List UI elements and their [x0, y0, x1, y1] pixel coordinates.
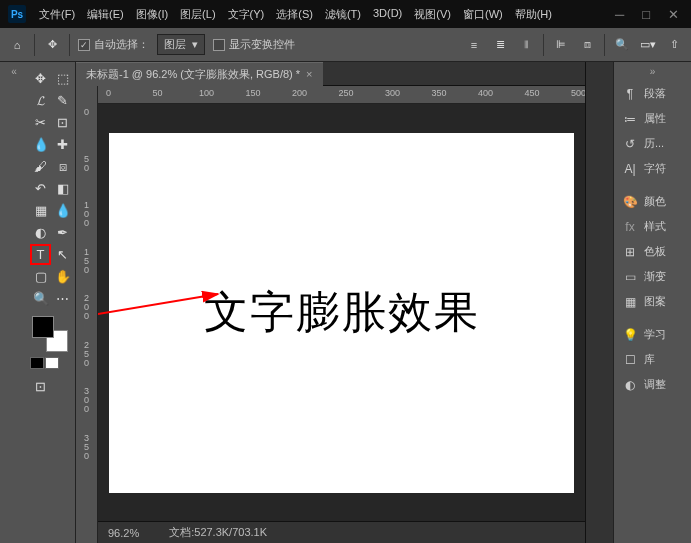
horizontal-ruler: 050100150200250300350400450500: [98, 86, 585, 104]
collapse-left-icon[interactable]: «: [11, 66, 17, 77]
panel-字符[interactable]: A|字符: [614, 156, 691, 181]
mini-swatch-white[interactable]: [45, 357, 59, 369]
workspace-icon[interactable]: ▭▾: [639, 36, 657, 54]
menu-item[interactable]: 滤镜(T): [320, 4, 366, 25]
type-tool[interactable]: T: [30, 244, 51, 265]
close-button[interactable]: ✕: [664, 7, 683, 22]
canvas[interactable]: 文字膨胀效果: [109, 133, 574, 493]
right-panels: » ¶段落≔属性↺历...A|字符🎨颜色fx样式⊞色板▭渐变▦图案💡学习☐库◐调…: [613, 62, 691, 543]
panel-icon: ▭: [622, 270, 638, 284]
panel-label: 调整: [644, 377, 666, 392]
frame-tool[interactable]: ⊡: [52, 112, 73, 133]
panel-label: 颜色: [644, 194, 666, 209]
panel-渐变[interactable]: ▭渐变: [614, 264, 691, 289]
path-tool[interactable]: ↖: [52, 244, 73, 265]
distribute-icon[interactable]: ⫴: [517, 36, 535, 54]
panel-icon: 💡: [622, 328, 638, 342]
panel-label: 学习: [644, 327, 666, 342]
menu-item[interactable]: 图层(L): [175, 4, 220, 25]
panel-label: 段落: [644, 86, 666, 101]
screen-mode-tool[interactable]: ⊡: [30, 376, 51, 397]
main-menu: 文件(F)编辑(E)图像(I)图层(L)文字(Y)选择(S)滤镜(T)3D(D)…: [34, 4, 611, 25]
align-icon[interactable]: ≡: [465, 36, 483, 54]
panel-label: 属性: [644, 111, 666, 126]
document-tab-title: 未标题-1 @ 96.2% (文字膨胀效果, RGB/8) *: [86, 67, 300, 82]
move-tool-icon[interactable]: ✥: [43, 36, 61, 54]
hand-tool[interactable]: ✋: [52, 266, 73, 287]
gradient-tool[interactable]: ▦: [30, 200, 51, 221]
lasso-tool[interactable]: 𝓛: [30, 90, 51, 111]
panel-icon: 🎨: [622, 195, 638, 209]
dodge-tool[interactable]: ◐: [30, 222, 51, 243]
canvas-text: 文字膨胀效果: [204, 283, 480, 342]
shape-tool[interactable]: ▢: [30, 266, 51, 287]
share-icon[interactable]: ⇧: [665, 36, 683, 54]
align-h-icon[interactable]: ⊫: [552, 36, 570, 54]
home-icon[interactable]: ⌂: [8, 36, 26, 54]
show-transform-label: 显示变换控件: [229, 37, 295, 52]
quick-select-tool[interactable]: ✎: [52, 90, 73, 111]
zoom-level[interactable]: 96.2%: [108, 527, 139, 539]
layer-dropdown[interactable]: 图层 ▾: [157, 34, 205, 55]
blur-tool[interactable]: 💧: [52, 200, 73, 221]
maximize-button[interactable]: □: [638, 7, 654, 22]
vertical-ruler: 05 01 0 01 5 02 0 02 5 03 0 03 5 0: [76, 86, 98, 543]
history-brush-tool[interactable]: ↶: [30, 178, 51, 199]
options-bar: ⌂ ✥ ✓ 自动选择： 图层 ▾ 显示变换控件 ≡ ≣ ⫴ ⊫ ⧈ 🔍 ▭▾ ⇧: [0, 28, 691, 62]
foreground-swatch[interactable]: [32, 316, 54, 338]
menu-item[interactable]: 文件(F): [34, 4, 80, 25]
panel-库[interactable]: ☐库: [614, 347, 691, 372]
panel-段落[interactable]: ¶段落: [614, 81, 691, 106]
panel-历...[interactable]: ↺历...: [614, 131, 691, 156]
align-icon-2[interactable]: ≣: [491, 36, 509, 54]
panel-样式[interactable]: fx样式: [614, 214, 691, 239]
menu-item[interactable]: 视图(V): [409, 4, 456, 25]
menu-item[interactable]: 窗口(W): [458, 4, 508, 25]
menu-item[interactable]: 编辑(E): [82, 4, 129, 25]
more-tool[interactable]: ⋯: [52, 288, 73, 309]
panel-icon: ▦: [622, 295, 638, 309]
eyedropper-tool[interactable]: 💧: [30, 134, 51, 155]
minimize-button[interactable]: ─: [611, 7, 628, 22]
menu-item[interactable]: 文字(Y): [223, 4, 270, 25]
show-transform-checkbox[interactable]: 显示变换控件: [213, 37, 295, 52]
3d-mode-icon[interactable]: ⧈: [578, 36, 596, 54]
panel-icon: A|: [622, 162, 638, 176]
panel-label: 字符: [644, 161, 666, 176]
menu-item[interactable]: 帮助(H): [510, 4, 557, 25]
mini-swatch-black[interactable]: [30, 357, 44, 369]
move-tool[interactable]: ✥: [30, 68, 51, 89]
panel-调整[interactable]: ◐调整: [614, 372, 691, 397]
chevron-down-icon: ▾: [192, 38, 198, 51]
crop-tool[interactable]: ✂: [30, 112, 51, 133]
panel-icon: ◐: [622, 378, 638, 392]
panel-图案[interactable]: ▦图案: [614, 289, 691, 314]
panel-学习[interactable]: 💡学习: [614, 322, 691, 347]
zoom-tool[interactable]: 🔍: [30, 288, 51, 309]
panel-icon: fx: [622, 220, 638, 234]
auto-select-checkbox[interactable]: ✓ 自动选择：: [78, 37, 149, 52]
panel-icon: ⊞: [622, 245, 638, 259]
brush-tool[interactable]: 🖌: [30, 156, 51, 177]
panel-icon: ↺: [622, 137, 638, 151]
menu-item[interactable]: 3D(D): [368, 4, 407, 25]
collapse-right-icon[interactable]: »: [614, 66, 691, 77]
status-bar: 96.2% 文档:527.3K/703.1K: [98, 521, 585, 543]
panel-属性[interactable]: ≔属性: [614, 106, 691, 131]
canvas-viewport[interactable]: 文字膨胀效果: [98, 104, 585, 521]
document-tab[interactable]: 未标题-1 @ 96.2% (文字膨胀效果, RGB/8) * ×: [76, 62, 323, 86]
panel-label: 历...: [644, 136, 664, 151]
panel-icon: ≔: [622, 112, 638, 126]
panel-颜色[interactable]: 🎨颜色: [614, 189, 691, 214]
eraser-tool[interactable]: ◧: [52, 178, 73, 199]
menu-item[interactable]: 图像(I): [131, 4, 173, 25]
pen-tool[interactable]: ✒: [52, 222, 73, 243]
stamp-tool[interactable]: ⧇: [52, 156, 73, 177]
color-swatches[interactable]: [30, 316, 70, 352]
panel-色板[interactable]: ⊞色板: [614, 239, 691, 264]
close-tab-icon[interactable]: ×: [306, 68, 312, 80]
marquee-tool[interactable]: ⬚: [52, 68, 73, 89]
heal-tool[interactable]: ✚: [52, 134, 73, 155]
search-icon[interactable]: 🔍: [613, 36, 631, 54]
menu-item[interactable]: 选择(S): [271, 4, 318, 25]
